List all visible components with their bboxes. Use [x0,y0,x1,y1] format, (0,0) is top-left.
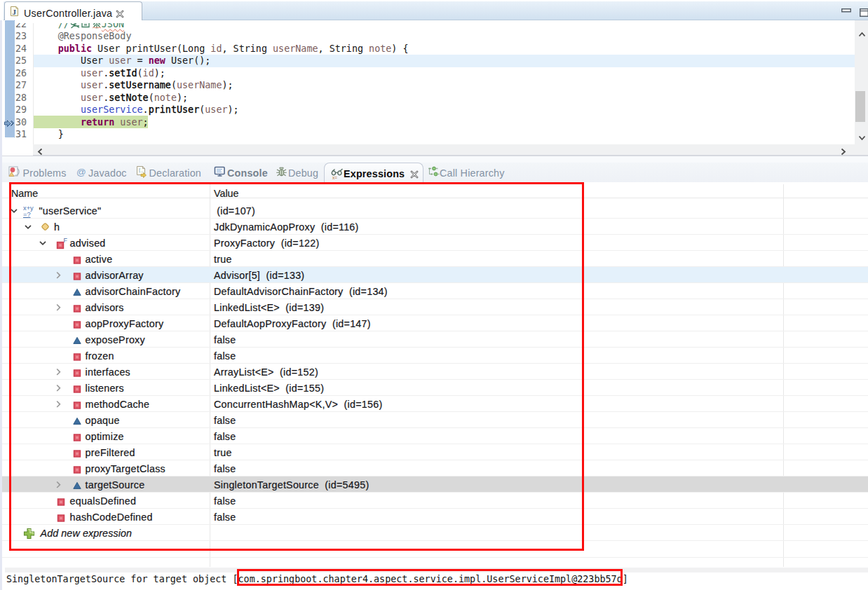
expand-arrow-icon[interactable] [53,383,64,394]
expression-icon: x+y=? [23,203,36,216]
editor-tab-usercontroller[interactable]: J UserController.java [4,1,142,20]
view-tab-label: Console [227,167,268,179]
vertical-scrollbar-thumb[interactable] [855,91,865,122]
detail-sash [5,568,868,572]
table-row-userService[interactable]: x+y=?"userService" (id=107) [0,203,868,219]
row-value: DefaultAdvisorChainFactory (id=134) [214,283,388,299]
expand-arrow-icon[interactable] [53,479,64,490]
expand-arrow-icon[interactable] [53,366,64,378]
line-number: 24 [15,43,34,55]
table-row-advisorChainFactory[interactable]: advisorChainFactoryDefaultAdvisorChainFa… [0,283,868,299]
table-row-Addnewexpression[interactable]: Add new expression [0,525,868,541]
default-field-icon [71,479,83,491]
window-controls [841,8,868,17]
table-row-advisors[interactable]: advisorsLinkedList<E> (id=139) [0,299,868,315]
row-value: (id=107) [214,203,255,218]
private-field-icon [71,398,83,411]
instruction-pointer-icon [4,118,14,130]
maximize-icon[interactable] [860,8,868,17]
table-row-equalsDefined[interactable]: equalsDefinedfalse [0,493,868,509]
editor-tab-label: UserController.java [24,8,112,19]
table-row-advisorArray[interactable]: advisorArrayAdvisor[5] (id=133) [0,267,868,283]
table-row-exposeProxy[interactable]: exposeProxyfalse [0,331,868,348]
table-row-listeners[interactable]: listenersLinkedList<E> (id=155) [0,380,868,396]
tab-close-icon[interactable] [116,10,124,18]
svg-text:F: F [64,237,68,244]
call-hierarchy-icon [428,166,440,180]
row-name: proxyTargetClass [86,460,165,476]
default-field-icon [71,414,83,427]
scrollbar-corner [855,144,868,156]
expressions-icon: x= [331,167,344,182]
collapse-arrow-icon[interactable] [22,221,34,233]
table-row-active[interactable]: activetrue [0,251,868,267]
row-name: Add new expression [41,525,133,540]
table-row-methodCache[interactable]: methodCacheConcurrentHashMap<K,V> (id=15… [0,396,868,412]
row-value: false [214,460,236,476]
code-line-30: return user; [81,116,149,129]
view-tab-label: Call Hierarchy [440,167,505,179]
declaration-icon: {.. [135,166,147,181]
expand-arrow-icon[interactable] [53,399,64,410]
table-row-optimize[interactable]: optimizefalse [0,428,868,444]
editor-tabstrip: J UserController.java [0,0,868,20]
scroll-left-icon[interactable] [36,146,44,156]
table-row-preFiltered[interactable]: preFilteredtrue [0,444,868,460]
table-row-hashCodeDefined[interactable]: hashCodeDefinedfalse [0,509,868,525]
code-line-31: } [58,128,64,141]
row-value: false [214,412,236,427]
add-expression-icon [23,527,36,540]
view-tab-label: Expressions [344,168,405,179]
table-row-h[interactable]: hJdkDynamicAopProxy (id=116) [0,219,868,235]
row-value: true [214,444,232,460]
row-value: LinkedList<E> (id=139) [214,299,324,315]
svg-text:{..: {.. [138,167,144,174]
expand-arrow-icon[interactable] [53,270,64,281]
table-row-aopProxyFactory[interactable]: aopProxyFactoryDefaultAopProxyFactory (i… [0,315,868,331]
java-file-icon: J [10,6,19,20]
column-header-value[interactable]: Value [214,188,239,200]
table-row-interfaces[interactable]: interfacesArrayList<E> (id=152) [0,364,868,380]
collapse-arrow-icon[interactable] [8,205,20,217]
view-tab-close-icon[interactable] [410,169,419,181]
table-row-advised[interactable]: FadvisedProxyFactory (id=122) [0,235,868,251]
expand-arrow-icon[interactable] [53,302,64,313]
row-name: preFiltered [86,444,135,460]
detail-text: SingletonTargetSource for target object … [6,574,628,584]
line-number: 31 [15,128,34,141]
javadoc-icon: @ [76,166,88,180]
private-field-icon [71,430,83,443]
sash-gap [0,156,868,163]
vertical-scrollbar[interactable] [855,20,868,144]
detail-pane[interactable]: SingletonTargetSource for target object … [0,568,868,590]
row-name: h [54,219,60,234]
scroll-down-icon[interactable] [858,132,866,144]
column-header-name[interactable]: Name [11,188,38,200]
row-name: opaque [86,412,120,427]
protected-field-icon [39,221,52,233]
table-row-frozen[interactable]: frozenfalse [0,348,868,364]
horizontal-scrollbar[interactable] [33,144,868,156]
private-final-field-icon: F [55,237,67,249]
private-field-icon [71,366,83,378]
table-row-targetSource[interactable]: targetSourceSingletonTargetSource (id=54… [0,476,868,493]
row-value: false [214,428,236,444]
code-editor[interactable]: 22// JSON23@ResponseBody24public User pr… [0,20,868,156]
scroll-right-icon[interactable] [839,146,847,156]
row-value: LinkedList<E> (id=155) [214,380,324,395]
line-number: 30 [15,116,34,129]
svg-text:=?: =? [23,211,31,218]
row-name: interfaces [86,364,130,379]
line-number: 28 [15,92,34,104]
row-name: advisorArray [86,267,144,282]
collapse-arrow-icon[interactable] [37,238,48,249]
table-row-opaque[interactable]: opaquefalse [0,412,868,428]
row-name: listeners [86,380,125,395]
row-name: advisorChainFactory [86,283,181,299]
minimize-icon[interactable] [841,8,851,13]
view-tab-expressions[interactable]: x=Expressions [324,163,423,182]
row-name: methodCache [86,396,150,411]
scroll-up-icon[interactable] [858,29,866,41]
table-header[interactable]: Name Value [0,184,868,198]
table-row-proxyTargetClass[interactable]: proxyTargetClassfalse [0,460,868,476]
